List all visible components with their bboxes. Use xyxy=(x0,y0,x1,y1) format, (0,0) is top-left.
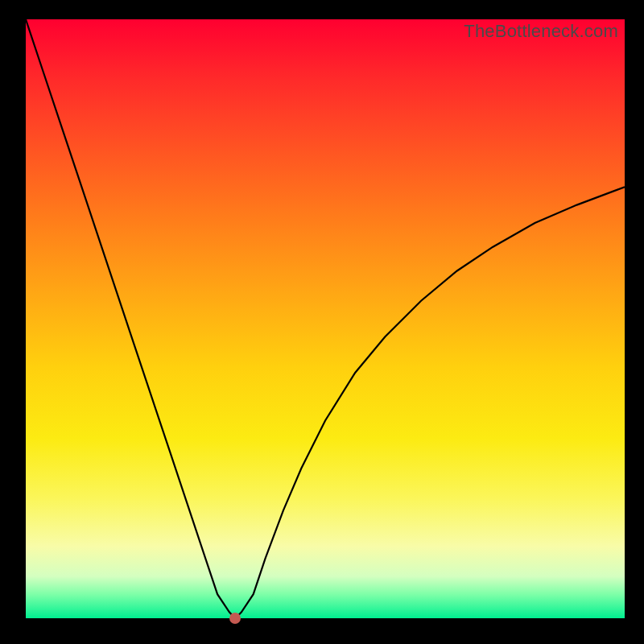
bottleneck-curve xyxy=(26,19,625,618)
minimum-marker xyxy=(229,613,241,624)
plot-area: TheBottleneck.com xyxy=(26,19,625,618)
chart-frame: TheBottleneck.com xyxy=(0,0,644,644)
